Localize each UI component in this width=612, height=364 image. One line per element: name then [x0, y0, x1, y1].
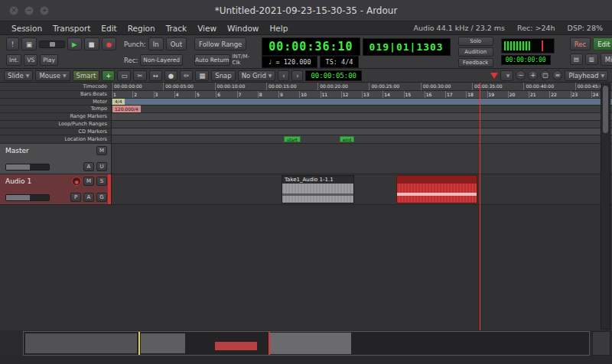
mixer-window-button[interactable]: Mix — [601, 53, 612, 66]
stretch-tool-button[interactable]: ↔ — [149, 70, 162, 81]
scrollbar-thumb[interactable] — [603, 86, 608, 133]
range-tool-button[interactable]: ▭ — [117, 70, 131, 81]
ruler-label-bars[interactable]: Bars:Beats — [0, 91, 112, 98]
nudge-forward-button[interactable]: › — [291, 70, 303, 81]
session-summary[interactable] — [23, 331, 590, 356]
play-button[interactable]: ▶ — [67, 37, 82, 50]
zoom-button[interactable]: + — [40, 6, 49, 15]
mute-button[interactable]: M — [96, 146, 107, 155]
track-name[interactable]: Master — [5, 147, 29, 154]
internal-edit-tool-button[interactable]: ▦ — [195, 70, 209, 81]
tempo-ruler[interactable]: 120.000/4 — [112, 106, 612, 112]
automation-button[interactable]: A — [83, 162, 94, 171]
zoom-selection-button[interactable]: ≡ — [552, 70, 562, 80]
playhead-cursor[interactable] — [480, 83, 480, 330]
smart-mode-toggle[interactable]: Smart — [73, 70, 100, 81]
zoom-focus-dropdown[interactable]: Playhead▼ — [565, 70, 608, 81]
audition-tool-button[interactable]: ● — [164, 70, 177, 81]
tempo-display[interactable]: ♩ = 120.000 — [262, 56, 317, 68]
primary-clock[interactable]: 00:00:36:10 — [262, 37, 360, 56]
secondary-clock[interactable]: 019|01|1303 — [363, 38, 451, 56]
menu-help[interactable]: Help — [264, 24, 293, 33]
cut-tool-button[interactable]: ✂ — [133, 70, 146, 81]
snap-toggle[interactable]: Snap — [211, 70, 235, 81]
loop-punch-ruler[interactable] — [112, 121, 612, 128]
zoom-out-button[interactable]: − — [516, 70, 526, 80]
ruler-label-cd[interactable]: CD Markers — [0, 128, 112, 135]
track-name[interactable]: Audio 1 — [5, 177, 31, 185]
minimize-button[interactable]: − — [24, 6, 34, 15]
shuttle-control[interactable] — [39, 41, 65, 48]
mouse-mode-dropdown[interactable]: Mouse▼ — [35, 70, 70, 81]
edit-mode-dropdown[interactable]: Slide▼ — [4, 70, 33, 81]
monitor-section-button[interactable]: ▤ — [570, 54, 583, 65]
menu-window[interactable]: Window — [222, 24, 264, 33]
stop-button[interactable]: ■ — [84, 37, 99, 50]
menu-region[interactable]: Region — [122, 24, 161, 33]
playhead-marker-icon[interactable] — [490, 73, 498, 79]
range-markers-ruler[interactable] — [112, 113, 612, 120]
timesig-display[interactable]: TS: 4/4 — [320, 56, 360, 68]
solo-button[interactable]: S — [96, 177, 107, 186]
master-track-header[interactable]: Master M A U — [0, 144, 112, 174]
menu-track[interactable]: Track — [161, 24, 192, 33]
midi-panic-button[interactable]: ! — [6, 37, 19, 50]
follow-range-toggle[interactable]: Follow Range — [194, 37, 246, 50]
menu-view[interactable]: View — [192, 24, 222, 33]
editor-window-button[interactable]: Edit — [593, 37, 612, 50]
grab-tool-button[interactable]: + — [102, 70, 115, 81]
feedback-indicator[interactable]: Feedback — [458, 58, 493, 67]
mute-button[interactable]: M — [83, 177, 94, 186]
summary-view-frame[interactable] — [270, 333, 351, 354]
timecode-ruler[interactable]: 00:00:00:00 00:00:05:00 00:00:10:00 00:0… — [112, 83, 612, 90]
end-marker[interactable]: end — [340, 136, 354, 142]
cd-markers-ruler[interactable] — [112, 128, 612, 135]
menu-edit[interactable]: Edit — [96, 24, 122, 33]
audio-region-recorded[interactable] — [396, 175, 477, 203]
ruler-label-timecode[interactable]: Timecode — [0, 83, 112, 90]
nudge-back-button[interactable]: ‹ — [278, 70, 289, 81]
group-button[interactable]: G — [96, 193, 107, 202]
bars-beats-ruler[interactable]: 1 2 3 4 5 6 7 8 9 10 11 12 13 14 15 16 1… — [112, 91, 612, 98]
start-marker[interactable]: start — [284, 136, 301, 142]
close-button[interactable]: × — [9, 6, 18, 15]
tempo-marker[interactable]: 120.000/4 — [112, 106, 141, 112]
group-button[interactable]: U — [96, 162, 107, 171]
vertical-scrollbar[interactable] — [601, 83, 610, 330]
vs-button[interactable]: VS — [24, 54, 37, 66]
ruler-label-location[interactable]: Location Markers — [0, 135, 112, 143]
playlist-button[interactable]: P — [70, 193, 81, 202]
audio1-track-lane[interactable]: Take1_Audio 1-1.1 — [112, 174, 612, 204]
ruler-label-range[interactable]: Range Markers — [0, 113, 112, 120]
sync-source-dropdown[interactable]: Int. — [6, 54, 21, 66]
midi-input-button[interactable]: ▣ — [21, 37, 37, 50]
automation-button[interactable]: A — [83, 193, 94, 202]
ruler-label-tempo[interactable]: Tempo — [0, 106, 112, 112]
meter-ruler[interactable]: 4/4 — [112, 99, 612, 105]
grid-dropdown[interactable]: No Grid▼ — [238, 70, 276, 81]
play-mode-button[interactable]: Play — [40, 54, 58, 66]
audio-region-take1[interactable]: Take1_Audio 1-1.1 — [282, 175, 354, 203]
audio1-track-header[interactable]: Audio 1 ● M S P A G — [0, 174, 112, 204]
solo-indicator[interactable]: Solo — [458, 37, 493, 46]
summary-corner-button[interactable] — [592, 331, 610, 356]
meterbridge-button[interactable]: ▥ — [585, 54, 598, 65]
record-arm-button[interactable]: ● — [72, 177, 81, 186]
menu-transport[interactable]: Transport — [47, 24, 96, 33]
punch-out-button[interactable]: Out — [166, 37, 187, 50]
punch-in-button[interactable]: In — [148, 37, 164, 50]
zoom-in-button[interactable]: + — [528, 70, 538, 80]
audition-indicator[interactable]: Audition — [458, 47, 493, 57]
location-markers-ruler[interactable]: start end — [112, 135, 612, 143]
monitor-clock[interactable]: 00:00:00:00 — [501, 55, 551, 65]
meter-marker[interactable]: 4/4 — [112, 99, 125, 105]
record-layer-mode-button[interactable]: Non-Layered — [140, 54, 183, 66]
gain-fader[interactable] — [5, 194, 50, 201]
ruler-label-meter[interactable]: Meter — [0, 99, 112, 105]
draw-tool-button[interactable]: ✏ — [180, 70, 193, 81]
record-button[interactable]: ● — [102, 37, 116, 50]
master-track-lane[interactable] — [112, 144, 612, 174]
auto-return-toggle[interactable]: Auto Return — [194, 54, 230, 66]
marker-dropdown[interactable]: ▼ — [500, 70, 514, 81]
gain-fader[interactable] — [5, 164, 50, 171]
